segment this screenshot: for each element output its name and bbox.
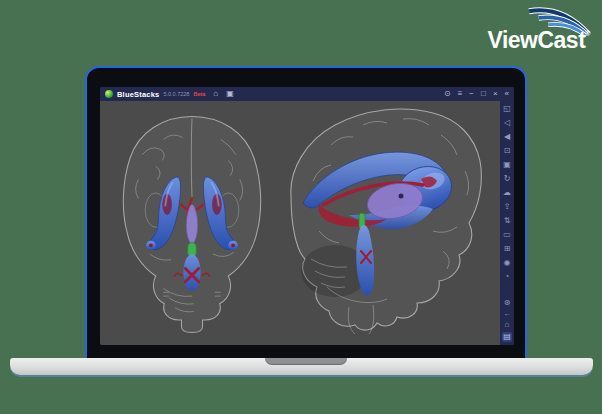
- bluestacks-logo-icon: [105, 90, 113, 98]
- app-viewport[interactable]: [100, 101, 500, 345]
- brand-name: ViewCast®: [487, 29, 590, 52]
- screenshot-icon[interactable]: ▣: [226, 90, 234, 98]
- macro-recorder-icon[interactable]: ◉: [504, 259, 511, 267]
- folder-icon[interactable]: ▭: [503, 231, 511, 239]
- laptop-hinge-notch: [265, 358, 347, 365]
- app-name: BlueStacks: [117, 90, 159, 99]
- app-version: 5.0.0.7228: [163, 91, 189, 97]
- info-icon[interactable]: ⊙: [444, 90, 451, 98]
- maximize-icon[interactable]: □: [481, 90, 486, 98]
- sidebar-top-group: ◱ ◁ ◀ ⊡ ▣ ↻ ☁ ⇪ ⇅ ▭ ⊞ ◉ ◔: [503, 105, 511, 281]
- back-icon[interactable]: ←: [503, 310, 511, 318]
- home-icon[interactable]: ⌂: [213, 90, 218, 98]
- rotate-icon[interactable]: ↻: [504, 175, 511, 183]
- beta-badge: Beta: [193, 91, 205, 97]
- volume-down-icon[interactable]: ◀: [504, 133, 510, 141]
- screenshot-icon[interactable]: ⊡: [504, 147, 511, 155]
- laptop-screen: BlueStacks 5.0.0.7228 Beta ⌂ ▣ ⊙ ≡ − □ ×…: [85, 66, 527, 358]
- home-icon[interactable]: ⌂: [505, 321, 510, 329]
- close-icon[interactable]: ×: [493, 90, 498, 98]
- install-apk-icon[interactable]: ⇪: [504, 203, 511, 211]
- camera-icon[interactable]: ▣: [503, 161, 511, 169]
- fullscreen-icon[interactable]: ◱: [503, 105, 511, 113]
- multi-instance-icon[interactable]: ⊞: [504, 245, 511, 253]
- brand-logo: ViewCast®: [431, 2, 596, 54]
- brainstem-blue: [183, 255, 200, 291]
- registered-mark: ®: [585, 30, 590, 37]
- coronal-brain-view: [106, 107, 278, 339]
- laptop-base: [10, 358, 593, 375]
- sagittal-brain-view: [282, 101, 494, 341]
- menu-icon[interactable]: ≡: [458, 90, 463, 98]
- third-ventricle-purple: [186, 205, 197, 245]
- titlebar: BlueStacks 5.0.0.7228 Beta ⌂ ▣ ⊙ ≡ − □ ×…: [100, 87, 514, 101]
- minimize-icon[interactable]: −: [469, 90, 474, 98]
- collapse-sidebar-icon[interactable]: «: [505, 90, 509, 98]
- shake-icon[interactable]: ⇅: [504, 217, 511, 225]
- brand-name-text: ViewCast: [487, 27, 585, 53]
- window-body: ◱ ◁ ◀ ⊡ ▣ ↻ ☁ ⇪ ⇅ ▭ ⊞ ◉ ◔: [100, 101, 514, 345]
- sidebar-bottom-group: ⊛ ← ⌂ ▤: [502, 299, 512, 342]
- window-controls: ⊙ ≡ − □ × «: [444, 90, 509, 98]
- bluestacks-window: BlueStacks 5.0.0.7228 Beta ⌂ ▣ ⊙ ≡ − □ ×…: [100, 87, 514, 345]
- settings-icon[interactable]: ⊛: [504, 299, 511, 307]
- history-icon[interactable]: ◔: [505, 273, 510, 281]
- emulator-sidebar: ◱ ◁ ◀ ⊡ ▣ ↻ ☁ ⇪ ⇅ ▭ ⊞ ◉ ◔: [500, 101, 514, 345]
- cloud-sync-icon[interactable]: ☁: [503, 189, 511, 197]
- volume-up-icon[interactable]: ◁: [504, 119, 510, 127]
- page-background: ViewCast® BlueStacks 5.0.0.7228 Beta ⌂ ▣…: [0, 0, 602, 414]
- recent-apps-icon[interactable]: ▤: [502, 332, 512, 342]
